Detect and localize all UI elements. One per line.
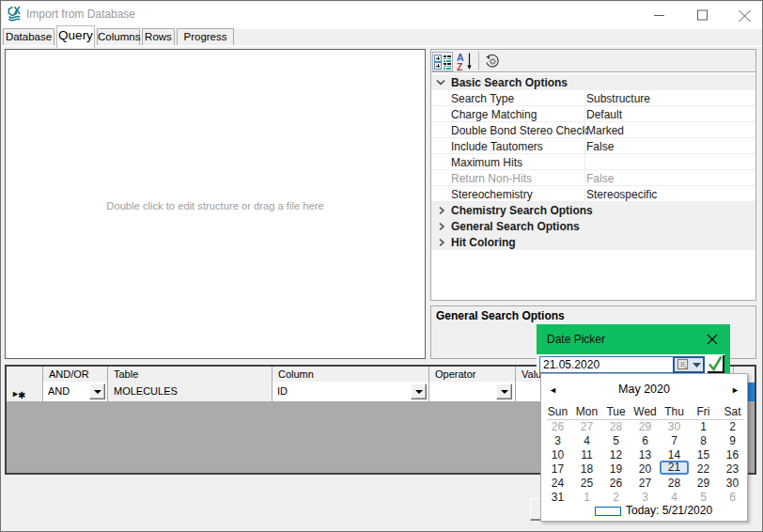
svg-text:Z: Z [457,61,463,72]
svg-text:X: X [13,6,21,16]
